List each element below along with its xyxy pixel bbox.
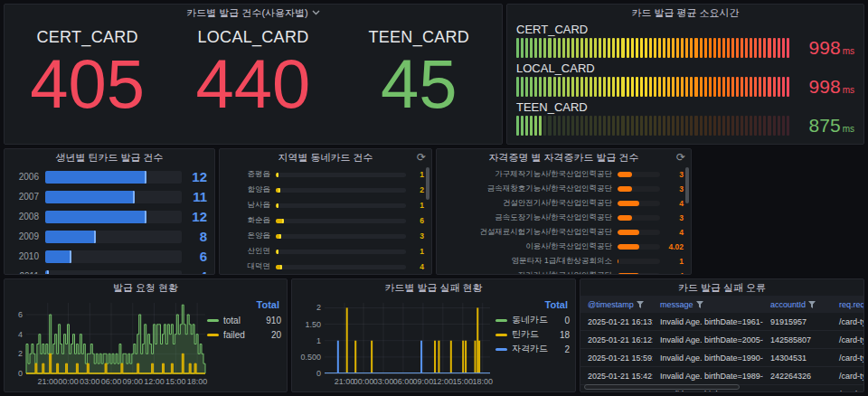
bar-value: 3 <box>660 170 684 179</box>
bar-fill <box>618 244 639 250</box>
refresh-icon[interactable]: ⟳ <box>676 152 685 163</box>
panel-teen-card-by-birthyear: 생년별 틴카드 발급 건수 20061220071120081220098201… <box>4 148 215 275</box>
lcd-cell <box>617 116 619 136</box>
panel-title-birthyear[interactable]: 생년별 틴카드 발급 건수 <box>5 149 214 165</box>
lcd-cell <box>631 116 634 136</box>
bar-label: 2008 <box>12 212 45 222</box>
scrollbar-horizontal[interactable] <box>584 384 740 390</box>
refresh-icon[interactable]: ⟳ <box>417 152 426 163</box>
lcd-cell <box>768 77 770 97</box>
filter-icon[interactable] <box>696 301 703 308</box>
lcd-gauge <box>516 77 789 97</box>
panel-title-requests[interactable]: 발급 요청 현황 <box>5 279 287 296</box>
table-row[interactable]: 2025-01-21 15:59:37Invalid Age. birthDat… <box>580 349 863 367</box>
bar-value: 3 <box>660 184 684 193</box>
filter-icon[interactable] <box>637 301 644 308</box>
lcd-cell <box>750 38 752 58</box>
table-cell: /card-types <box>832 372 864 381</box>
lcd-cell <box>608 116 610 136</box>
lcd-cell <box>543 77 546 97</box>
bar-fill <box>45 270 49 276</box>
legend-item[interactable]: 틴카드18 <box>495 327 570 342</box>
bar-row: 남사읍1 <box>227 200 424 211</box>
svg-text:15:00: 15:00 <box>165 377 186 386</box>
svg-text:0: 0 <box>316 369 321 378</box>
panel-title-errors[interactable]: 카드 발급 실패 오류 <box>580 279 863 296</box>
table-row[interactable]: 2025-01-21 15:42:31Invalid Age. birthDat… <box>580 367 863 385</box>
legend-item[interactable]: 동네카드0 <box>495 313 570 327</box>
table-row[interactable]: 2025-01-21 16:12:24Invalid Age. birthDat… <box>580 331 863 349</box>
bar-label: 금속재창호기능사/한국산업인력공단 <box>444 184 618 194</box>
panel-title-failures[interactable]: 카드별 발급 실패 현황 <box>292 279 575 296</box>
panel-title-avg-duration[interactable]: 카드 발급 평균 소요시간 <box>507 5 863 21</box>
bar-label: 온양읍 <box>227 231 276 241</box>
table-cell: 2025-01-21 15:59:37 <box>580 354 653 363</box>
lcd-cell <box>636 116 638 136</box>
panel-title-region[interactable]: 지역별 동네카드 건수 <box>220 149 431 165</box>
gauge-body: CERT_CARD 998ms LOCAL_CARD 998ms TEEN_CA… <box>507 21 863 137</box>
lcd-cell <box>768 38 770 58</box>
legend-series-total: 2 <box>564 344 570 354</box>
lcd-cell <box>787 116 789 136</box>
table-cell: 14304531 <box>763 354 832 363</box>
lcd-cell <box>681 77 684 97</box>
lcd-cell <box>534 77 537 97</box>
table-cell: 91915957 <box>763 317 832 326</box>
lcd-cell <box>690 38 693 58</box>
lcd-cell <box>576 38 579 58</box>
lcd-cell <box>690 116 693 136</box>
column-header-message[interactable]: message <box>653 300 763 309</box>
scrollbar-vertical[interactable] <box>426 167 429 200</box>
bar-label: 영문타자 1급/대한상공회의소 <box>444 256 618 267</box>
lcd-cell <box>672 77 675 97</box>
svg-text:15:00: 15:00 <box>453 377 474 386</box>
lcd-cell <box>741 77 743 97</box>
svg-text:21:00: 21:00 <box>335 377 355 386</box>
bar-fill <box>618 273 639 275</box>
legend-series-name: total <box>223 316 261 325</box>
filter-icon[interactable] <box>808 301 816 308</box>
legend-item[interactable]: 자격카드2 <box>495 342 570 356</box>
panel-title-credential[interactable]: 자격증명 별 자격증카드 발급 건수 <box>437 149 691 165</box>
lcd-cell <box>676 77 679 97</box>
lcd-cell <box>685 38 688 58</box>
lcd-cell <box>521 38 524 58</box>
gauge-value: 998ms <box>789 76 854 98</box>
lcd-cell <box>658 77 661 97</box>
lcd-cell <box>612 116 615 136</box>
legend-item[interactable]: total910 <box>207 313 281 327</box>
lcd-cell <box>590 77 592 97</box>
lcd-cell <box>754 77 757 97</box>
lcd-cell <box>750 116 752 136</box>
panel-title-text: 생년별 틴카드 발급 건수 <box>55 149 163 165</box>
lcd-cell <box>562 116 565 136</box>
bar-value: 4.02 <box>660 242 684 251</box>
table-row[interactable]: 2025-01-21 16:13:28Invalid Age. birthDat… <box>580 313 863 331</box>
lcd-cell <box>727 38 730 58</box>
table-cell: /card-types <box>832 390 864 393</box>
bar-fill <box>276 188 280 193</box>
table-cell: 2025-01-21 16:12:24 <box>580 335 653 344</box>
lcd-cell <box>649 38 652 58</box>
legend-swatch <box>207 334 219 336</box>
bar-label: 가구제작기능사/한국산업인력공단 <box>444 169 618 180</box>
column-header-timestamp[interactable]: @timestamp <box>580 300 653 309</box>
table-cell: 2025-01-21 15:42:31 <box>580 372 653 381</box>
legend-item[interactable]: failed20 <box>207 327 281 342</box>
scrollbar-vertical[interactable] <box>685 167 689 203</box>
bar-row: 20106 <box>12 249 207 264</box>
lcd-cell <box>640 77 643 97</box>
lcd-cell <box>553 38 556 58</box>
panel-title-card-issue-counts[interactable]: 카드별 발급 건수(사용자별) <box>5 5 502 21</box>
column-header-accountId[interactable]: accountId <box>763 300 832 309</box>
lcd-cell <box>590 38 592 58</box>
lcd-cell <box>525 77 528 97</box>
lcd-cell <box>667 77 670 97</box>
bar-track <box>618 186 660 192</box>
panel-title-text: 지역별 동네카드 건수 <box>278 149 373 165</box>
lcd-cell <box>681 38 684 58</box>
svg-text:09:00: 09:00 <box>413 377 434 386</box>
column-header-reqreques[interactable]: req.reques <box>832 300 864 309</box>
bar-label: 2006 <box>12 172 45 182</box>
lcd-cell <box>663 77 665 97</box>
